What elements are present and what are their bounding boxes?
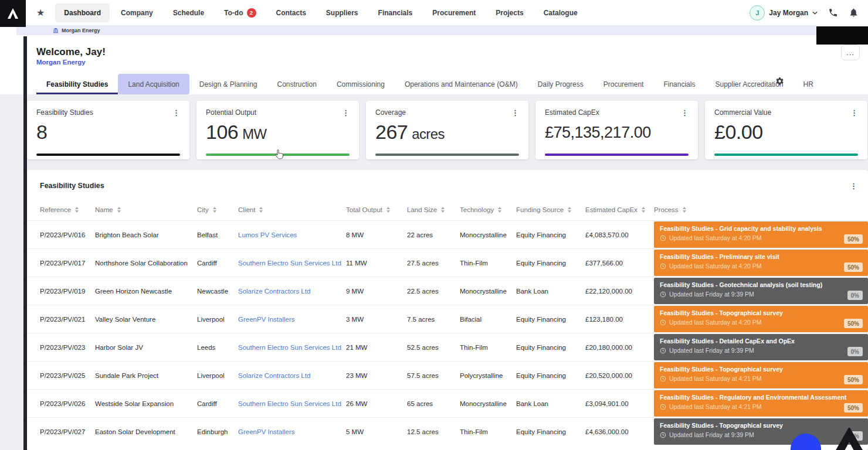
kebab-menu-icon[interactable]: ⋮ — [172, 109, 180, 117]
table-kebab-menu-icon[interactable]: ⋮ — [850, 182, 857, 190]
cell-client-link[interactable]: Lumos PV Services — [238, 231, 346, 238]
column-header[interactable]: Land Size — [407, 206, 460, 213]
kpi-value: 106MW — [206, 121, 350, 144]
company-link[interactable]: Morgan Energy — [36, 59, 86, 66]
column-header[interactable]: Funding Source — [516, 206, 585, 213]
tab[interactable]: HR — [794, 74, 823, 94]
tab-label: Financials — [663, 80, 695, 88]
user-name: Jay Morgan — [769, 9, 808, 17]
table-row[interactable]: P/2023/PV/017 Northshore Solar Collabora… — [27, 248, 868, 277]
tab[interactable]: Feasibility Studies — [36, 74, 118, 94]
nav-item[interactable]: Dashboard — [55, 4, 110, 22]
cell-technology: Thin-Film — [460, 260, 516, 267]
cell-total-output: 11 MW — [346, 260, 407, 267]
cell-name: Green Horizon Newcastle — [95, 288, 197, 295]
cell-city: Cardiff — [197, 400, 238, 407]
tab[interactable]: Land Acquisition — [118, 74, 189, 94]
nav-item[interactable]: Catalogue — [535, 4, 586, 22]
column-header-label: City — [197, 206, 209, 213]
kebab-menu-icon[interactable]: ⋮ — [342, 109, 350, 117]
clock-icon — [660, 319, 666, 326]
column-header[interactable]: Total Output — [346, 206, 407, 213]
process-updated: Updated last Friday at 9:39 PM — [660, 347, 862, 354]
process-badge[interactable]: Feasibility Studies - Grid capacity and … — [654, 221, 868, 248]
tab[interactable]: Commissioning — [327, 74, 395, 94]
kebab-menu-icon[interactable]: ⋮ — [511, 109, 519, 117]
table-row[interactable]: P/2023/PV/027 Easton Solar Development E… — [27, 417, 868, 445]
process-updated-text: Updated last Friday at 9:39 PM — [669, 347, 754, 354]
todo-count-badge: 2 — [247, 8, 256, 18]
tab[interactable]: Construction — [267, 74, 327, 94]
table-row[interactable]: P/2023/PV/016 Brighton Beach Solar Belfa… — [27, 220, 868, 248]
cell-client-link[interactable]: Solarize Contractors Ltd — [238, 288, 346, 295]
cell-funding-source: Bank Loan — [516, 400, 585, 407]
nav-item[interactable]: To-do 2 — [215, 3, 265, 23]
cell-client-link[interactable]: Southern Electro Sun Services Ltd — [238, 344, 346, 351]
cell-total-output: 26 MW — [346, 400, 407, 407]
cell-client-link[interactable]: Southern Electro Sun Services Ltd — [238, 400, 346, 407]
cell-land-size: 22 acres — [407, 231, 460, 238]
tab[interactable]: Procurement — [594, 74, 654, 94]
kpi-color-bar — [206, 154, 350, 156]
app-logo[interactable] — [0, 0, 26, 27]
process-badge[interactable]: Feasibility Studies - Regulatory and Env… — [654, 390, 868, 417]
tabs-settings-gear-icon[interactable] — [767, 77, 792, 86]
kpi-value: 267acres — [375, 121, 519, 144]
kebab-menu-icon[interactable]: ⋮ — [850, 109, 858, 117]
tab[interactable]: Daily Progress — [528, 74, 594, 94]
nav-item[interactable]: Company — [112, 4, 162, 22]
nav-item[interactable]: Procurement — [423, 4, 484, 22]
column-header[interactable]: Name — [95, 206, 197, 213]
table-row[interactable]: P/2023/PV/026 Westside Solar Expansion C… — [27, 389, 868, 417]
cell-client-link[interactable]: GreenPV Installers — [238, 428, 346, 435]
column-header[interactable]: Estimated CapEx — [585, 206, 654, 213]
column-header[interactable]: Reference — [40, 206, 95, 213]
column-header[interactable]: City — [197, 206, 238, 213]
more-options-button[interactable]: ... — [841, 45, 860, 60]
table-row[interactable]: P/2023/PV/021 Valley Solar Venture Liver… — [27, 305, 868, 333]
process-badge[interactable]: Feasibility Studies - Topographical surv… — [654, 362, 868, 388]
tab[interactable]: Design & Planning — [189, 74, 267, 94]
process-badge[interactable]: Feasibility Studies - Detailed CapEx and… — [654, 334, 868, 360]
cell-client-link[interactable]: GreenPV Installers — [238, 316, 346, 323]
table-row[interactable]: P/2023/PV/023 Harbor Solar JV Leeds Sout… — [27, 333, 868, 361]
nav-item[interactable]: Schedule — [164, 4, 213, 22]
nav-item[interactable]: Suppliers — [317, 4, 367, 22]
cell-total-output: 9 MW — [346, 288, 407, 295]
user-menu[interactable]: J Jay Morgan — [750, 5, 818, 21]
tab[interactable]: Financials — [653, 74, 705, 94]
cell-client-link[interactable]: Solarize Contractors Ltd — [238, 372, 346, 379]
column-header[interactable]: Technology — [460, 206, 516, 213]
breadcrumb[interactable]: Morgan Energy — [53, 28, 100, 33]
process-badge[interactable]: Feasibility Studies - Geotechnical analy… — [654, 278, 868, 304]
cell-estimated-capex: £377,566.00 — [585, 260, 654, 267]
sort-icon — [642, 207, 645, 213]
bell-icon[interactable] — [849, 8, 859, 18]
cell-technology: Thin-Film — [460, 344, 516, 351]
table-row[interactable]: P/2023/PV/019 Green Horizon Newcastle Ne… — [27, 277, 868, 305]
tab-label: Daily Progress — [538, 80, 584, 88]
process-updated: Updated last Saturday at 4:20 PM — [660, 234, 862, 241]
cell-client-link[interactable]: Southern Electro Sun Services Ltd — [238, 260, 346, 267]
nav-item[interactable]: Contacts — [267, 4, 315, 22]
sort-icon — [259, 207, 263, 213]
kebab-menu-icon[interactable]: ⋮ — [681, 109, 689, 117]
process-badge[interactable]: Feasibility Studies - Preliminary site v… — [654, 250, 868, 276]
tab[interactable]: Operations and Maintenance (O&M) — [395, 74, 528, 94]
phone-icon[interactable] — [828, 8, 838, 18]
cell-reference: P/2023/PV/023 — [40, 344, 95, 351]
column-header[interactable]: Process — [654, 206, 868, 213]
process-updated-text: Updated last Saturday at 4:21 PM — [669, 403, 762, 410]
process-badge[interactable]: Feasibility Studies - Topographical surv… — [654, 306, 868, 332]
favorite-star-icon[interactable]: ★ — [36, 7, 45, 18]
nav-item-label: Contacts — [276, 9, 306, 17]
cell-reference: P/2023/PV/016 — [40, 231, 95, 238]
nav-item[interactable]: Projects — [487, 4, 532, 22]
table-row[interactable]: P/2023/PV/025 Sundale Park Project Liver… — [27, 361, 868, 389]
nav-item[interactable]: Financials — [369, 4, 422, 22]
column-header-label: Process — [654, 206, 679, 213]
tab-label: Feasibility Studies — [46, 80, 108, 88]
process-percent-badge: 50% — [844, 319, 863, 328]
column-header[interactable]: Client — [238, 206, 346, 213]
clock-icon — [660, 263, 666, 270]
